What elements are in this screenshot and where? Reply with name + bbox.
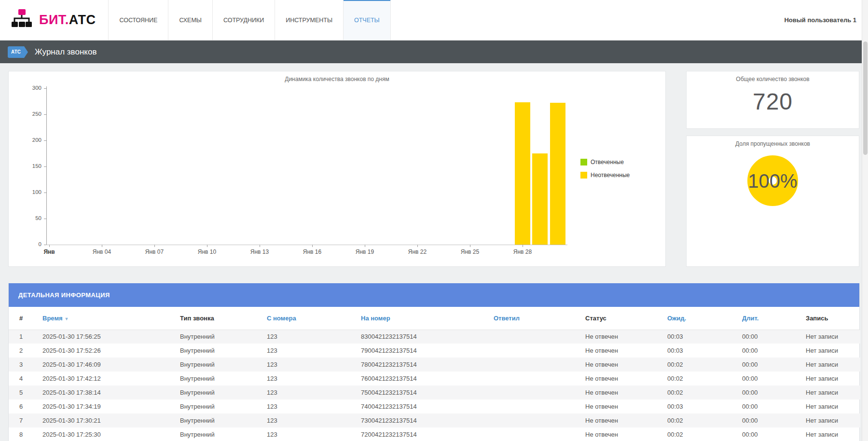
- donut-wrap: 100%: [687, 155, 859, 206]
- x-axis-label: Янв 19: [345, 248, 384, 255]
- y-axis-label: 50: [18, 215, 41, 221]
- tab-otchety[interactable]: ОТЧЕТЫ: [344, 0, 391, 40]
- table-row[interactable]: 12025-01-30 17:56:25Внутренний1238300421…: [9, 330, 860, 344]
- cell-dur: 00:00: [742, 386, 806, 400]
- legend-swatch: [580, 159, 587, 165]
- cell-to: 8300421232137514: [361, 330, 494, 344]
- cell-from: 123: [267, 372, 361, 386]
- calls-table-header-row: #Время▼Тип звонкаС номераНа номерОтветил…: [9, 307, 860, 330]
- x-axis-label: Янв: [30, 248, 69, 255]
- cell-rec: Нет записи: [806, 427, 860, 441]
- cell-wait: 00:03: [667, 330, 742, 344]
- y-axis-tick: [44, 88, 46, 89]
- column-header-from[interactable]: С номера: [267, 307, 361, 330]
- x-axis-label: Янв 04: [83, 248, 121, 255]
- column-header-type: Тип звонка: [180, 307, 267, 330]
- cell-dur: 00:00: [742, 330, 806, 344]
- table-row[interactable]: 62025-01-30 17:34:19Внутренний1237400421…: [9, 400, 860, 413]
- x-axis-tick: [523, 245, 523, 247]
- cell-type: Внутренний: [180, 427, 267, 441]
- table-row[interactable]: 42025-01-30 17:42:12Внутренний1237600421…: [9, 372, 860, 386]
- missed-share-card: Доля пропущенных звонков 100%: [686, 136, 859, 267]
- x-axis-line: [46, 245, 567, 245]
- cell-num: 2: [9, 344, 42, 358]
- cell-status: Не отвечен: [585, 386, 667, 400]
- cell-to: 7600421232137514: [361, 372, 494, 386]
- cell-to: 7800421232137514: [361, 358, 494, 372]
- tab-shemy[interactable]: СХЕМЫ: [168, 0, 212, 40]
- cell-to: 7900421232137514: [361, 344, 494, 358]
- vertical-scrollbar[interactable]: [862, 0, 868, 441]
- cell-num: 7: [9, 413, 42, 427]
- chart-title: Динамика количества звонков по дням: [9, 71, 665, 83]
- cell-type: Внутренний: [180, 344, 267, 358]
- cell-wait: 00:03: [667, 400, 742, 413]
- cell-to: 7300421232137514: [361, 413, 494, 427]
- cell-dur: 00:00: [742, 372, 806, 386]
- cell-rec: Нет записи: [806, 344, 860, 358]
- missed-share-value: 100%: [748, 170, 797, 192]
- cell-num: 6: [9, 400, 42, 413]
- cell-dur: 00:00: [742, 413, 806, 427]
- tab-instrumenty[interactable]: ИНСТРУМЕНТЫ: [275, 0, 344, 40]
- legend-label: Неотвеченные: [591, 172, 630, 179]
- y-axis-label: 150: [18, 163, 41, 169]
- missed-share-title: Доля пропущенных звонков: [687, 136, 859, 147]
- column-header-to[interactable]: На номер: [361, 307, 494, 330]
- cell-status: Не отвечен: [585, 413, 667, 427]
- y-axis-label: 200: [18, 137, 41, 143]
- user-menu[interactable]: Новый пользователь 1: [784, 0, 868, 40]
- table-row[interactable]: 72025-01-30 17:30:21Внутренний1237300421…: [9, 413, 860, 427]
- scrollbar-thumb[interactable]: [863, 41, 868, 155]
- cell-dur: 00:00: [742, 358, 806, 372]
- cell-type: Внутренний: [180, 330, 267, 344]
- tab-sostoyanie[interactable]: СОСТОЯНИЕ: [108, 0, 168, 40]
- brand-logo[interactable]: БИТ.АТС: [0, 0, 108, 40]
- column-header-time[interactable]: Время▼: [42, 307, 180, 330]
- cell-wait: 00:02: [667, 427, 742, 441]
- cell-answered: [494, 427, 585, 441]
- cell-status: Не отвечен: [585, 372, 667, 386]
- detail-section-title: ДЕТАЛЬНАЯ ИНФОРМАЦИЯ: [18, 291, 110, 299]
- breadcrumb: АТС Журнал звонков: [0, 41, 868, 63]
- table-row[interactable]: 52025-01-30 17:38:14Внутренний1237500421…: [9, 386, 860, 400]
- x-axis-label: Янв 07: [135, 248, 174, 255]
- cell-answered: [494, 358, 585, 372]
- column-header-answered[interactable]: Ответил: [494, 307, 585, 330]
- brand-text-black: АТС: [69, 13, 96, 27]
- tab-sotrudniki[interactable]: СОТРУДНИКИ: [213, 0, 275, 40]
- column-header-wait[interactable]: Ожид.: [667, 307, 742, 330]
- cell-from: 123: [267, 427, 361, 441]
- cell-time: 2025-01-30 17:56:25: [42, 330, 180, 344]
- cell-time: 2025-01-30 17:46:09: [42, 358, 180, 372]
- cell-from: 123: [267, 386, 361, 400]
- table-row[interactable]: 82025-01-30 17:25:30Внутренний1237200421…: [9, 427, 860, 441]
- cell-type: Внутренний: [180, 372, 267, 386]
- cell-to: 7400421232137514: [361, 400, 494, 413]
- cell-num: 8: [9, 427, 42, 441]
- x-axis-tick: [102, 245, 102, 247]
- cell-status: Не отвечен: [585, 358, 667, 372]
- table-row[interactable]: 22025-01-30 17:52:26Внутренний1237900421…: [9, 344, 860, 358]
- top-navbar: БИТ.АТС СОСТОЯНИЕСХЕМЫСОТРУДНИКИИНСТРУМЕ…: [0, 0, 868, 41]
- missed-donut-chart: 100%: [747, 155, 798, 206]
- x-axis-label: Янв 22: [398, 248, 437, 255]
- x-axis-tick: [365, 245, 365, 247]
- x-axis-label: Янв 28: [503, 248, 542, 255]
- x-axis-tick: [312, 245, 313, 247]
- cell-rec: Нет записи: [806, 400, 860, 413]
- y-axis-label: 250: [18, 111, 41, 117]
- cell-status: Не отвечен: [585, 330, 667, 344]
- x-axis-tick: [470, 245, 470, 247]
- x-axis-tick: [49, 245, 50, 247]
- cell-type: Внутренний: [180, 358, 267, 372]
- cell-dur: 00:00: [742, 400, 806, 413]
- column-header-status: Статус: [585, 307, 667, 330]
- table-row[interactable]: 32025-01-30 17:46:09Внутренний1237800421…: [9, 358, 860, 372]
- cell-rec: Нет записи: [806, 330, 860, 344]
- cell-time: 2025-01-30 17:42:12: [42, 372, 180, 386]
- column-header-dur[interactable]: Длит.: [742, 307, 806, 330]
- y-axis-label: 100: [18, 189, 41, 195]
- cell-wait: 00:03: [667, 344, 742, 358]
- legend-item: Неотвеченные: [580, 172, 630, 179]
